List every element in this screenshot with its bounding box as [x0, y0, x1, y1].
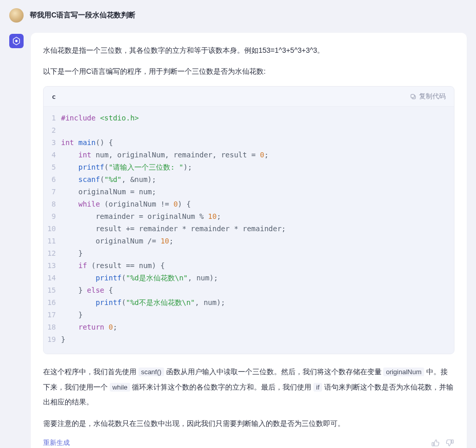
message-footer: 重新生成 [43, 438, 454, 447]
intro-paragraph-1: 水仙花数是指一个三位数，其各位数字的立方和等于该数本身。例如153=1^3+5^… [43, 44, 454, 57]
explanation-paragraph-1: 在这个程序中，我们首先使用 scanf() 函数从用户输入中读取一个三位数。然后… [43, 364, 454, 410]
inline-code-scanf: scanf() [138, 368, 164, 376]
code-body: 12345678910111213141516171819 #include <… [44, 107, 454, 354]
copy-icon [410, 93, 417, 100]
inline-code-while: while [110, 383, 130, 392]
code-header: c 复制代码 [44, 87, 454, 107]
code-content[interactable]: #include <stdio.h> int main() { int num,… [61, 112, 454, 345]
thumbs-down-button[interactable] [445, 438, 454, 447]
explanation-paragraph-2: 需要注意的是，水仙花数只在三位数中出现，因此我们只需要判断输入的数是否为三位数即… [43, 417, 454, 430]
svg-rect-2 [411, 94, 414, 98]
code-language-label: c [52, 93, 56, 100]
intro-paragraph-2: 以下是一个用C语言编写的程序，用于判断一个三位数是否为水仙花数: [43, 65, 454, 78]
thumbs-up-button[interactable] [431, 438, 440, 447]
hexagon-icon [12, 36, 21, 46]
user-prompt-text: 帮我用C语言写一段水仙花数判断 [30, 11, 135, 20]
code-block: c 复制代码 12345678910111213141516171819 #in… [43, 86, 454, 354]
copy-code-label: 复制代码 [419, 92, 446, 101]
line-number-gutter: 12345678910111213141516171819 [44, 112, 61, 345]
regenerate-button[interactable]: 重新生成 [43, 438, 70, 447]
svg-point-0 [15, 40, 18, 43]
feedback-buttons [431, 438, 454, 447]
thumbs-down-icon [445, 438, 454, 447]
inline-code-if: if [313, 383, 322, 392]
inline-code-originalnum: originalNum [383, 368, 424, 376]
copy-code-button[interactable]: 复制代码 [410, 92, 446, 101]
user-avatar [9, 8, 24, 23]
assistant-content: 水仙花数是指一个三位数，其各位数字的立方和等于该数本身。例如153=1^3+5^… [31, 33, 467, 448]
assistant-message-row: 水仙花数是指一个三位数，其各位数字的立方和等于该数本身。例如153=1^3+5^… [9, 33, 467, 448]
user-message-row: 帮我用C语言写一段水仙花数判断 [9, 8, 467, 23]
assistant-avatar [9, 34, 24, 48]
thumbs-up-icon [431, 438, 440, 447]
